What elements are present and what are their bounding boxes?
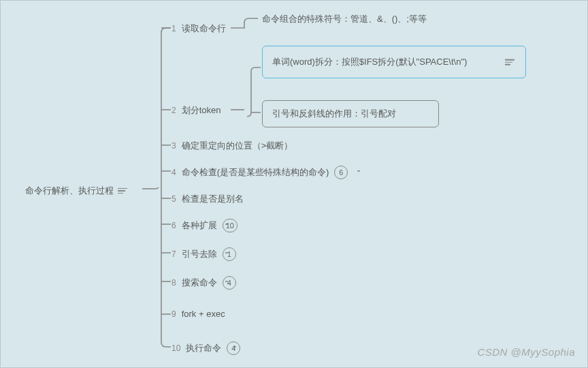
box-text: 单词(word)拆分：按照$IFS拆分(默认"SPACE\t\n") (272, 55, 490, 70)
node-number: 7 (172, 249, 176, 259)
node-label: 各种扩展 (182, 219, 217, 232)
count-badge[interactable]: 4 (227, 341, 240, 355)
node-number: 4 (172, 168, 176, 177)
node-label: 检查是否是别名 (182, 193, 244, 205)
menu-icon[interactable] (505, 59, 514, 65)
menu-icon[interactable] (118, 188, 127, 194)
node-1-sub[interactable]: 命令组合的特殊符号：管道、&、()、;等等 (262, 13, 427, 25)
root-title: 命令行解析、执行过程 (25, 185, 114, 197)
node-number: 10 (172, 343, 180, 353)
node-8[interactable]: 8 搜索命令 4 (172, 276, 236, 290)
node-number: 8 (172, 278, 176, 288)
node-label: 确定重定向的位置（>截断） (182, 140, 293, 152)
node-label: 搜索命令 (182, 277, 217, 289)
count-badge[interactable]: 10 (223, 219, 238, 232)
root-node[interactable]: 命令行解析、执行过程 (25, 185, 131, 197)
node-9[interactable]: 9 fork + exec (172, 309, 225, 319)
node-5[interactable]: 5 检查是否是别名 (172, 193, 244, 205)
count-badge[interactable]: 1 (223, 247, 236, 261)
node-label: 划分token (182, 104, 221, 117)
node-label: 引号去除 (182, 248, 217, 260)
node-number: 3 (172, 141, 176, 151)
sub-label: 命令组合的特殊符号：管道、&、()、;等等 (262, 13, 427, 25)
node-7[interactable]: 7 引号去除 1 (172, 247, 236, 261)
node-label: 读取命令行 (182, 22, 226, 35)
node-number: 5 (172, 194, 176, 204)
node-number: 1 (172, 24, 176, 33)
count-badge[interactable]: 6 (334, 166, 348, 179)
node-2[interactable]: 2 划分token (172, 104, 221, 117)
box-word-split[interactable]: 单词(word)拆分：按照$IFS拆分(默认"SPACE\t\n") (262, 46, 526, 78)
watermark: CSDN @MyySophia (477, 346, 575, 358)
count-badge[interactable]: 4 (223, 276, 236, 290)
node-number: 2 (172, 106, 176, 115)
node-1[interactable]: 1 读取命令行 (172, 22, 226, 35)
node-number: 6 (172, 221, 176, 230)
box-text: 引号和反斜线的作用：引号配对 (272, 108, 396, 119)
node-10[interactable]: 10 执行命令 4 (172, 341, 240, 355)
node-label: 执行命令 (186, 342, 221, 354)
node-number: 9 (172, 309, 176, 319)
node-label: fork + exec (182, 309, 225, 319)
box-quote[interactable]: 引号和反斜线的作用：引号配对 (262, 100, 439, 127)
node-label: 命令检查(是否是某些特殊结构的命令) (182, 166, 329, 179)
node-3[interactable]: 3 确定重定向的位置（>截断） (172, 140, 293, 152)
node-6[interactable]: 6 各种扩展 10 (172, 219, 238, 232)
node-4[interactable]: 4 命令检查(是否是某些特殊结构的命令) 6 (172, 166, 348, 179)
